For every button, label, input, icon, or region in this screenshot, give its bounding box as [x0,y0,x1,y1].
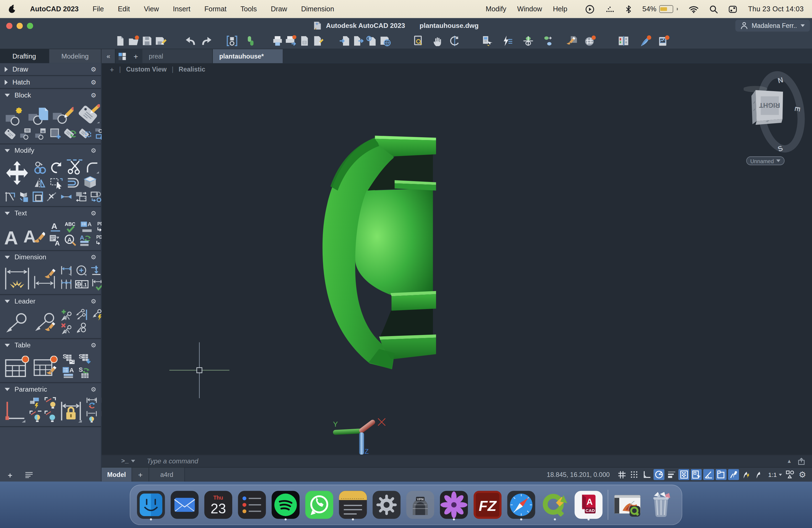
lineweight-toggle[interactable] [666,469,677,480]
annotation-scale-control[interactable]: 1:1 [768,471,782,478]
ortho-toggle[interactable] [641,469,652,480]
break-icon[interactable] [46,191,57,202]
export-table-icon[interactable]: S [62,353,76,365]
annotation-flash-toggle[interactable] [741,469,752,480]
plot-style-icon[interactable] [311,35,325,47]
menu-format[interactable]: Format [204,5,227,13]
edit-table-icon[interactable] [33,356,58,379]
section-header-text[interactable]: Text⚙ [0,207,101,219]
list-icon[interactable] [25,472,33,478]
add-leader-icon[interactable] [60,309,73,321]
fillet-icon[interactable] [86,161,99,175]
section-header-dimension[interactable]: Dimension⚙ [0,251,101,263]
section-header-block[interactable]: Block⚙ [0,89,101,101]
edit-multileader-icon[interactable] [32,313,56,335]
drawing-viewport[interactable]: + | Custom View | Realistic [102,63,812,455]
add-palette-button[interactable]: + [8,470,12,479]
dock-safari[interactable] [507,490,536,520]
menu-help[interactable]: Help [553,5,567,13]
transparency-toggle[interactable] [679,469,690,480]
menu-draw[interactable]: Draw [271,5,287,13]
dock-calendar[interactable]: Thu23 [204,490,233,520]
viewcube-face-label[interactable]: RIGHT [759,102,780,109]
palette-collapse-button[interactable]: « [102,49,116,63]
wifi-icon[interactable] [689,5,699,13]
align-leaders-icon[interactable] [75,309,89,321]
snap-toggle[interactable] [629,469,640,480]
new-drawing-tab-button[interactable]: + [129,49,143,63]
save-icon[interactable] [140,35,154,47]
dock-system-settings[interactable] [372,490,401,520]
mirror-icon[interactable] [34,176,47,189]
menu-app-name[interactable]: AutoCAD 2023 [30,5,79,13]
collect-leaders-icon[interactable] [75,322,88,334]
find-text-icon[interactable]: A [64,234,76,247]
dock-whatsapp[interactable] [305,490,334,520]
update-text-icon[interactable]: A [79,234,92,247]
bluetooth-icon[interactable] [626,5,632,13]
menu-file[interactable]: File [92,5,104,13]
hide-constraints-icon[interactable] [44,410,56,423]
minimize-button[interactable] [17,23,23,29]
menu-dimension[interactable]: Dimension [301,5,334,13]
section-header-parametric[interactable]: Parametric⚙ [0,383,101,395]
tag-icon[interactable] [4,127,17,140]
dock-trash[interactable] [647,490,676,520]
battery-indicator[interactable]: 54% [642,5,678,13]
play-circle-icon[interactable] [585,4,595,14]
palette-tab-modeling[interactable]: Modeling [48,49,102,63]
zoom-window-icon[interactable] [412,35,425,47]
dock-finder[interactable] [136,490,165,520]
section-header-leader[interactable]: Leader⚙ [0,295,101,307]
tolerance-icon[interactable]: .1 [75,278,89,291]
trim-icon[interactable] [66,158,83,175]
layout-tab-a4rd[interactable]: a4rd [149,468,185,482]
render-settings-icon[interactable] [584,35,597,47]
gear-icon[interactable]: ⚙ [91,210,97,216]
isolate-objects-icon[interactable] [785,469,795,480]
center-mark-icon[interactable] [75,265,88,277]
section-header-modify[interactable]: Modify⚙ [0,144,101,156]
properties-icon[interactable] [480,35,494,47]
collapse-command-icon[interactable]: ▲ [787,458,792,464]
compass-east[interactable]: E [793,106,802,112]
polar-tracking-toggle[interactable] [654,469,665,480]
gear-icon[interactable]: ⚙ [91,254,97,260]
model-tab[interactable]: Model [102,468,132,482]
gear-icon[interactable]: ⚙ [91,66,97,72]
auto-constrain-icon[interactable] [29,397,41,409]
gear-icon[interactable]: ⚙ [91,342,97,348]
annotate-icon[interactable] [565,35,579,47]
import-icon[interactable] [338,35,352,47]
named-view-dropdown[interactable]: Unnamed [746,156,785,165]
export-icon[interactable] [352,35,365,47]
autoscale-toggle[interactable] [728,469,739,480]
command-input[interactable]: Type a command [147,457,198,465]
insertion-arrow-icon[interactable] [90,265,102,277]
insert-block-icon[interactable] [4,106,25,127]
edit-text-icon[interactable]: A [22,224,45,247]
spell-check-icon[interactable]: ABC [64,221,77,233]
move-icon[interactable] [4,160,30,186]
group-icon[interactable] [521,35,535,47]
grid-toggle[interactable] [617,469,627,480]
edit-block-icon[interactable] [52,105,74,127]
match-properties-icon[interactable] [244,35,257,47]
stretch-icon[interactable] [50,176,63,189]
menu-modify[interactable]: Modify [486,5,507,13]
copy-icon[interactable] [34,161,47,175]
orbit-icon[interactable] [448,35,462,47]
plot-preview-icon[interactable] [226,35,239,47]
search-icon[interactable] [710,5,718,13]
annotation-arrow-toggle[interactable] [753,469,764,480]
convert-icon[interactable] [90,191,102,202]
attribute-manager-icon[interactable] [19,127,31,140]
attribute-frame-icon[interactable] [79,127,92,140]
change-space-icon[interactable] [75,191,88,202]
multiline-text-icon[interactable]: A [4,229,18,246]
menu-insert[interactable]: Insert [173,5,190,13]
dock-reminders[interactable] [237,490,266,520]
redo-icon[interactable] [201,35,214,47]
view-cube[interactable]: N E S RIGHT [744,68,811,156]
edit-attribute-icon[interactable] [76,102,100,126]
